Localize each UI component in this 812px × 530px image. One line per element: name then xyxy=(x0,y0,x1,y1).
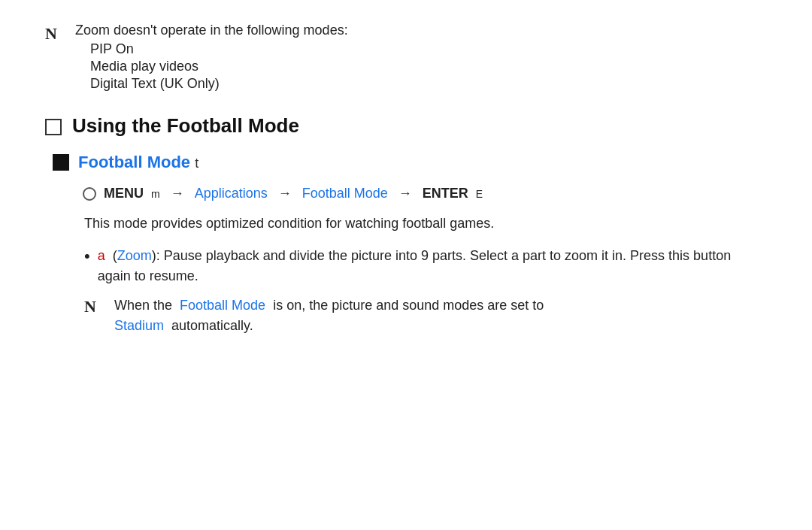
list-item-digital: Digital Text (UK Only) xyxy=(90,76,767,92)
section-title: Using the Football Mode xyxy=(72,114,299,138)
section-heading: Using the Football Mode xyxy=(45,114,767,138)
checkbox-icon xyxy=(45,119,62,135)
football-mode-note-link: Football Mode xyxy=(180,298,265,313)
menu-navigation-line: MENUm → Applications → Football Mode → E… xyxy=(83,186,767,201)
bullet-prefix-red: a xyxy=(98,248,105,263)
black-square-icon xyxy=(53,154,69,171)
note-list: PIP On Media play videos Digital Text (U… xyxy=(90,41,767,92)
note-text-before: When the xyxy=(114,298,172,313)
subsection-title: Football Mode t xyxy=(78,153,198,172)
football-mode-title: Football Mode xyxy=(78,153,190,171)
bullet-text: a (Zoom): Pause playback and divide the … xyxy=(98,246,767,286)
circle-icon xyxy=(83,187,96,201)
zoom-note-block: N Zoom doesn't operate in the following … xyxy=(45,23,767,93)
bullet-dot: • xyxy=(84,246,90,268)
arrow-1: → xyxy=(171,186,184,201)
note-icon: N xyxy=(45,24,66,44)
applications-link: Applications xyxy=(195,186,268,201)
menu-sub: m xyxy=(151,188,160,200)
football-mode-note: N When the Football Mode is on, the pict… xyxy=(84,295,767,336)
arrow-3: → xyxy=(398,186,412,201)
note-text-after: automatically. xyxy=(171,318,253,333)
bullet-item-zoom: • a (Zoom): Pause playback and divide th… xyxy=(84,246,767,286)
football-mode-link-nav: Football Mode xyxy=(302,186,388,201)
enter-sub: E xyxy=(476,188,483,200)
bullet-main-text: : Pause playback and divide the picture … xyxy=(98,248,731,283)
note-text: Zoom doesn't operate in the following mo… xyxy=(75,23,767,38)
enter-label: ENTER xyxy=(423,186,468,201)
zoom-link: Zoom xyxy=(117,248,152,263)
stadium-link: Stadium xyxy=(114,318,164,333)
list-item-pip: PIP On xyxy=(90,41,767,57)
arrow-2: → xyxy=(278,186,292,201)
note-text-bottom: When the Football Mode is on, the pictur… xyxy=(114,295,767,336)
note-content: Zoom doesn't operate in the following mo… xyxy=(75,23,767,93)
menu-label: MENU xyxy=(104,186,144,201)
list-item-media: Media play videos xyxy=(90,59,767,74)
note-icon-bottom: N xyxy=(84,297,105,316)
note-text-middle: is on, the picture and sound modes are s… xyxy=(273,298,544,313)
bullet-list: • a (Zoom): Pause playback and divide th… xyxy=(84,246,767,286)
title-suffix: t xyxy=(195,156,198,171)
description-text: This mode provides optimized condition f… xyxy=(84,214,767,234)
subsection-heading: Football Mode t xyxy=(53,153,767,172)
football-mode-subsection: Football Mode t MENUm → Applications → F… xyxy=(53,153,767,336)
